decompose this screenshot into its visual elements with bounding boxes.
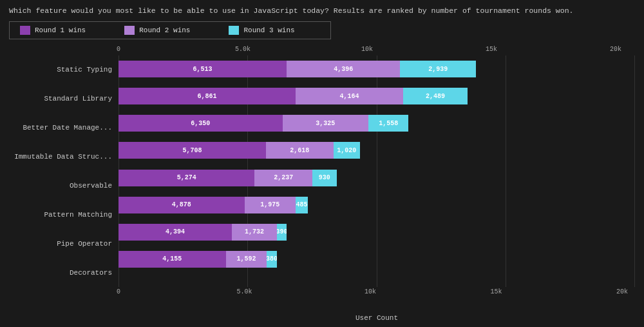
axis-tick: 5.0k [232,288,258,295]
axis-labels-top: 05.0k10k15k20k [118,46,629,53]
axis-tick: 0 [106,288,131,295]
bars-area: 6,5134,3962,9396,8614,1642,4896,3503,325… [118,55,635,301]
y-label: Immutable Data Struc... [9,145,118,168]
table-row: 6,3503,3251,558 [118,114,635,132]
bar-segment-r1: 5,274 [118,170,254,186]
legend-label-r3: Round 3 wins [243,26,294,34]
axis-tick: 5.0k [230,46,256,53]
bar-segment-r3: 2,939 [400,61,476,77]
axis-tick: 15k [478,46,504,53]
bar-segment-r1: 4,155 [118,251,226,268]
y-label: Standard Library [9,87,118,110]
axis-labels-bottom: 05.0k10k15k20k [118,288,635,295]
bar-segment-r2: 2,618 [266,142,334,159]
axis-tick: 0 [106,46,131,53]
legend-item-r3: Round 3 wins [229,26,294,35]
bar-segment-r2: 1,732 [232,224,276,241]
bar-segment-r1: 6,350 [118,115,283,132]
y-label: Pattern Matching [9,203,118,226]
bar-segment-r1: 5,708 [118,142,266,159]
y-label: Observable [9,174,118,197]
table-row: 5,2742,237930 [118,169,635,187]
bar-segment-r2: 4,164 [296,88,403,104]
bar-segment-r3: 485 [296,197,308,213]
bar-segment-r2: 1,975 [245,197,296,213]
y-label: Static Typing [9,58,118,81]
bar-segment-r3: 1,020 [334,142,360,159]
table-row: 4,3941,732390 [118,223,635,241]
main-container: Which feature would you most like to be … [0,0,644,327]
bar-segment-r2: 4,396 [287,61,400,77]
legend-label-r1: Round 1 wins [35,26,86,34]
bar-segment-r2: 2,237 [254,170,312,186]
x-axis-bottom: 05.0k10k15k20k [118,287,635,301]
bars-rows: 6,5134,3962,9396,8614,1642,4896,3503,325… [118,55,635,287]
legend: Round 1 wins Round 2 wins Round 3 wins [9,21,331,39]
chart-title: Which feature would you most like to be … [9,6,635,16]
table-row: 4,8781,975485 [118,196,635,214]
legend-item-r1: Round 1 wins [20,26,86,35]
axis-tick: 10k [357,288,383,295]
axis-tick: 10k [354,46,380,53]
y-label: Better Date Manage... [9,116,118,139]
y-labels: Static TypingStandard LibraryBetter Date… [9,55,118,301]
axis-tick: 20k [603,46,629,53]
bottom-area: User Count [118,301,635,322]
y-label: Pipe Operator [9,232,118,255]
chart-body: Static TypingStandard LibraryBetter Date… [9,55,635,301]
table-row: 5,7082,6181,020 [118,141,635,159]
bar-segment-r3: 930 [312,170,336,186]
bar-segment-r2: 3,325 [283,115,368,132]
table-row: 4,1551,592380 [118,250,635,268]
bar-segment-r3: 1,558 [368,115,408,132]
axis-tick: 15k [484,288,509,295]
legend-label-r2: Round 2 wins [139,26,190,34]
table-row: 6,8614,1642,489 [118,87,635,105]
bar-segment-r1: 6,861 [118,88,296,104]
table-row: 6,5134,3962,939 [118,60,635,78]
bar-segment-r3: 390 [277,224,287,241]
bar-segment-r1: 4,878 [118,197,245,213]
axis-top: 05.0k10k15k20k [118,46,629,53]
bar-segment-r3: 380 [267,251,276,268]
y-label: Decorators [9,261,118,284]
bar-segment-r1: 6,513 [118,61,287,77]
axis-tick: 20k [609,288,635,295]
chart-area: 05.0k10k15k20k Static TypingStandard Lib… [9,46,635,322]
legend-color-r3 [229,26,239,35]
legend-item-r2: Round 2 wins [124,26,190,35]
legend-color-r2 [124,26,135,35]
x-axis-title: User Count [118,314,635,322]
legend-color-r1 [20,26,30,35]
bar-segment-r2: 1,592 [226,251,267,268]
bar-segment-r1: 4,394 [118,224,232,241]
bar-segment-r3: 2,489 [403,88,468,104]
